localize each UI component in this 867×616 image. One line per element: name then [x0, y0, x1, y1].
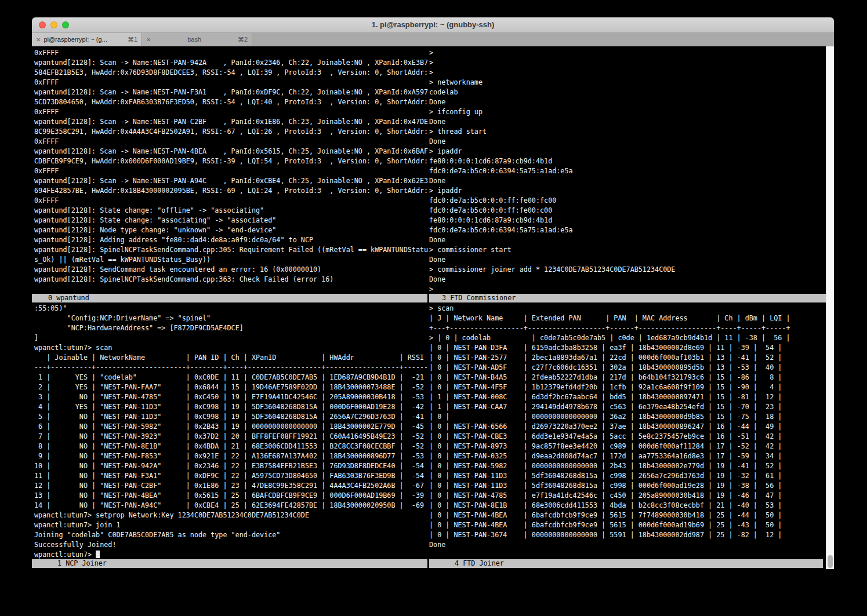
wpanctl-prompt-line: wpanctl:utun7>	[34, 550, 429, 559]
pane-title-ftd-joiner: 4 FTD Joiner	[429, 559, 823, 568]
ftd-joiner-output: > scan | J | Network Name | Extended PAN…	[429, 302, 826, 550]
zoom-window-button[interactable]	[62, 21, 69, 28]
tab-ssh-session[interactable]: ✕ pi@raspberrypi: ~ (g... ⌘1	[32, 33, 142, 46]
window-title: 1. pi@raspberrypi: ~ (gnubby-ssh)	[32, 17, 834, 32]
pane-wpantund[interactable]: 0xFFFF wpantund[2128]: Scan -> Name:NEST…	[34, 46, 429, 294]
tab-shortcut: ⌘2	[238, 36, 248, 43]
pane-title-ncp-joiner: 1 NCP Joiner	[32, 559, 427, 568]
terminal-cursor	[96, 551, 100, 558]
close-window-button[interactable]	[39, 21, 46, 28]
ftd-commissioner-output: > > > > networkname codelab Done > ifcon…	[429, 46, 826, 294]
scrollbar-thumb[interactable]	[828, 555, 833, 568]
pane-ftd-commissioner[interactable]: > > > > networkname codelab Done > ifcon…	[429, 46, 826, 294]
window-titlebar[interactable]: 1. pi@raspberrypi: ~ (gnubby-ssh)	[32, 17, 834, 33]
terminal-window: 1. pi@raspberrypi: ~ (gnubby-ssh) ✕ pi@r…	[32, 17, 834, 571]
scrollbar[interactable]	[826, 46, 834, 569]
tab-label: bash	[154, 36, 234, 43]
tab-bash[interactable]: ✕ bash ⌘2	[142, 33, 252, 46]
ncp-joiner-output: :55:05)" "Config:NCP:DriverName" => "spi…	[34, 302, 429, 550]
wpanctl-prompt: wpanctl:utun7>	[34, 551, 92, 559]
tab-shortcut: ⌘1	[128, 36, 137, 43]
tab-close-icon[interactable]: ✕	[146, 37, 151, 43]
pane-title-ftd-commissioner: 3 FTD Commissioner	[429, 294, 826, 302]
terminal-content: 0xFFFF wpantund[2128]: Scan -> Name:NEST…	[32, 46, 834, 571]
tab-bar: ✕ pi@raspberrypi: ~ (g... ⌘1 ✕ bash ⌘2	[32, 33, 834, 46]
pane-ftd-joiner[interactable]: > scan | J | Network Name | Extended PAN…	[429, 302, 826, 559]
pane-title-wpantund: 0 wpantund	[32, 294, 427, 302]
pane-ncp-joiner[interactable]: :55:05)" "Config:NCP:DriverName" => "spi…	[34, 302, 429, 559]
traffic-lights	[39, 21, 69, 28]
wpantund-log-output: 0xFFFF wpantund[2128]: Scan -> Name:NEST…	[34, 46, 429, 285]
tab-close-icon[interactable]: ✕	[36, 37, 41, 43]
minimize-window-button[interactable]	[50, 21, 57, 28]
tab-label: pi@raspberrypi: ~ (g...	[43, 36, 124, 43]
